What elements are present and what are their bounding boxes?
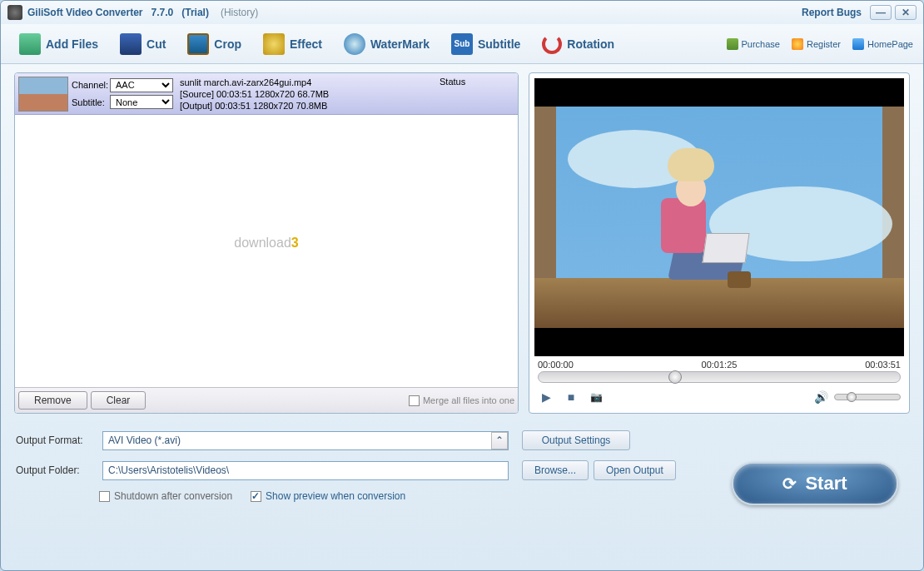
volume-icon[interactable]: 🔊: [812, 390, 829, 405]
file-panel-footer: Remove Clear Merge all files into one: [15, 387, 518, 413]
channel-label: Channel:: [72, 80, 108, 90]
watermark-label: WaterMark: [370, 37, 430, 51]
file-info: sunlit march.avi-zarx264gui.mp4 [Source]…: [176, 77, 440, 111]
file-thumbnail: [18, 77, 68, 112]
shutdown-checkbox[interactable]: Shutdown after conversion: [99, 490, 232, 502]
window-controls: — ✕: [870, 5, 917, 20]
titlebar: GiliSoft Video Converter 7.7.0 (Trial) (…: [1, 1, 923, 24]
home-icon: [852, 38, 864, 50]
subtitle-label: Subtitle: [478, 37, 520, 51]
history-link[interactable]: (History): [221, 7, 258, 18]
channel-select[interactable]: AAC: [110, 78, 173, 92]
file-output-info: [Output] 00:03:51 1280x720 70.8MB: [180, 100, 436, 112]
add-files-button[interactable]: Add Files: [11, 30, 107, 58]
app-title-text: GiliSoft Video Converter: [27, 7, 142, 18]
chevron-up-icon: ⌃: [491, 432, 508, 449]
preview-panel: 00:00:00 00:01:25 00:03:51 ▶ ■ 📷 🔊: [529, 72, 910, 414]
checkbox-checked-icon: [251, 491, 261, 502]
effect-label: Effect: [290, 37, 322, 51]
seek-knob[interactable]: [668, 370, 682, 384]
output-format-dropdown[interactable]: AVI Video (*.avi) ⌃: [102, 431, 509, 450]
add-files-icon: [19, 33, 41, 55]
clear-button[interactable]: Clear: [91, 391, 147, 410]
purchase-icon: [727, 38, 738, 50]
stop-button[interactable]: ■: [563, 390, 579, 405]
homepage-link[interactable]: HomePage: [852, 38, 913, 50]
volume-slider[interactable]: [834, 394, 901, 400]
start-button[interactable]: ⟳ Start: [732, 462, 898, 505]
volume-knob[interactable]: [847, 392, 857, 402]
app-window: GiliSoft Video Converter 7.7.0 (Trial) (…: [0, 0, 924, 571]
output-format-value: AVI Video (*.avi): [108, 434, 181, 446]
snapshot-button[interactable]: 📷: [588, 390, 604, 405]
file-name: sunlit march.avi-zarx264gui.mp4: [180, 77, 436, 88]
output-settings-button[interactable]: Output Settings: [522, 430, 630, 450]
file-options: Channel: AAC Subtitle: None: [68, 77, 176, 111]
rotation-label: Rotation: [567, 37, 614, 51]
play-button[interactable]: ▶: [538, 390, 554, 405]
rotation-icon: [542, 34, 562, 54]
remove-button[interactable]: Remove: [18, 391, 87, 410]
subtitle-icon: Sub: [451, 33, 473, 55]
crop-label: Crop: [214, 37, 241, 51]
seek-slider[interactable]: [538, 371, 901, 383]
purchase-link[interactable]: Purchase: [727, 38, 780, 50]
crop-button[interactable]: Crop: [179, 30, 250, 58]
toolbar-links: Purchase Register HomePage: [727, 38, 914, 50]
refresh-icon: ⟳: [782, 474, 797, 494]
file-row[interactable]: Channel: AAC Subtitle: None sunlit march…: [15, 73, 518, 115]
checkbox-icon: [409, 395, 420, 406]
homepage-label: HomePage: [867, 39, 913, 49]
app-icon: [7, 5, 22, 20]
app-trial: (Trial): [181, 7, 209, 18]
app-version: 7.7.0: [152, 7, 174, 18]
player-controls: ▶ ■ 📷 🔊: [534, 388, 904, 408]
effect-icon: [263, 33, 285, 55]
show-preview-checkbox[interactable]: Show preview when conversion: [251, 490, 405, 502]
subtitle-button[interactable]: Sub Subtitle: [443, 30, 529, 58]
output-folder-value: C:\Users\Aristotelis\Videos\: [108, 464, 229, 476]
watermark-button[interactable]: WaterMark: [335, 30, 438, 58]
time-row: 00:00:00 00:01:25 00:03:51: [534, 356, 904, 371]
status-header: Status: [440, 77, 514, 111]
output-format-label: Output Format:: [16, 434, 96, 446]
add-files-label: Add Files: [46, 37, 98, 51]
subtitle-select[interactable]: None: [110, 95, 173, 109]
minimize-button[interactable]: —: [870, 5, 892, 20]
toolbar: Add Files Cut Crop Effect WaterMark Sub …: [1, 24, 923, 64]
time-current: 00:01:25: [702, 360, 738, 370]
register-label: Register: [807, 39, 841, 49]
cut-icon: [120, 33, 142, 55]
show-preview-label: Show preview when conversion: [266, 490, 405, 502]
close-button[interactable]: ✕: [895, 5, 917, 20]
rotation-button[interactable]: Rotation: [534, 31, 623, 57]
file-source-info: [Source] 00:03:51 1280x720 68.7MB: [180, 88, 436, 100]
main-area: Channel: AAC Subtitle: None sunlit march…: [1, 64, 923, 417]
cut-label: Cut: [147, 37, 166, 51]
register-icon: [792, 38, 803, 50]
download3-watermark: download3: [234, 236, 298, 251]
time-end: 00:03:51: [865, 360, 901, 370]
purchase-label: Purchase: [742, 39, 780, 49]
subtitle-label: Subtitle:: [72, 97, 108, 107]
report-bugs-link[interactable]: Report Bugs: [802, 7, 862, 18]
output-folder-field[interactable]: C:\Users\Aristotelis\Videos\: [102, 461, 509, 480]
watermark-icon: [344, 33, 365, 55]
cut-button[interactable]: Cut: [112, 30, 174, 58]
file-list-panel: Channel: AAC Subtitle: None sunlit march…: [14, 72, 519, 414]
video-preview[interactable]: [534, 78, 904, 356]
crop-icon: [187, 33, 209, 55]
shutdown-label: Shutdown after conversion: [114, 490, 232, 502]
merge-label: Merge all files into one: [423, 395, 514, 405]
merge-files-checkbox[interactable]: Merge all files into one: [409, 395, 514, 406]
effect-button[interactable]: Effect: [255, 30, 330, 58]
browse-button[interactable]: Browse...: [522, 460, 589, 480]
checkbox-icon: [99, 491, 110, 502]
open-output-button[interactable]: Open Output: [594, 460, 676, 480]
time-start: 00:00:00: [538, 360, 574, 370]
app-title: GiliSoft Video Converter 7.7.0 (Trial) (…: [27, 7, 258, 18]
output-folder-label: Output Folder:: [16, 464, 96, 476]
start-label: Start: [805, 473, 847, 494]
register-link[interactable]: Register: [792, 38, 841, 50]
